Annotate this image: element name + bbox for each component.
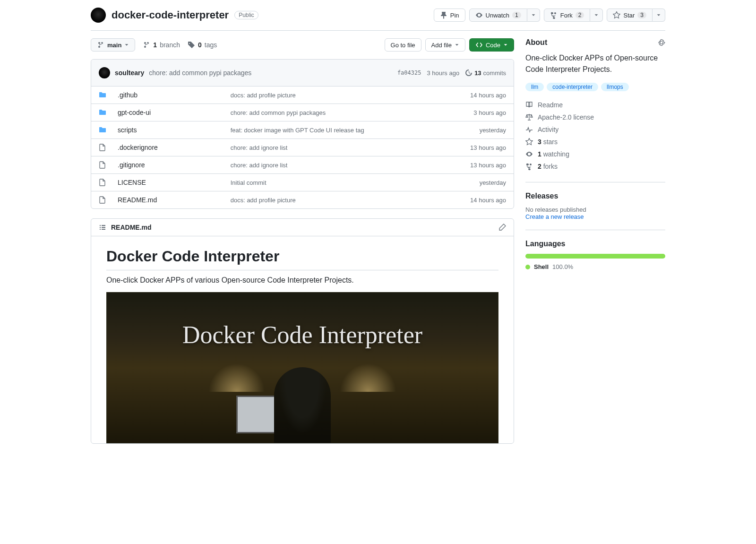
fork-count: 2 [576, 12, 584, 18]
pin-icon [440, 11, 447, 19]
file-age: yesterday [430, 179, 506, 186]
file-commit-msg[interactable]: chore: add ignore list [231, 144, 427, 151]
language-item[interactable]: Shell 100.0% [525, 263, 665, 270]
releases-title[interactable]: Releases [525, 192, 665, 200]
unwatch-menu[interactable] [527, 9, 540, 22]
owner-avatar[interactable] [91, 8, 106, 23]
pencil-icon[interactable] [498, 224, 506, 231]
file-name-link[interactable]: gpt-code-ui [118, 109, 227, 116]
file-icon [99, 161, 114, 169]
readme-hero-image: Docker Code Interpreter [106, 292, 498, 443]
gear-icon[interactable] [658, 39, 665, 46]
star-icon [525, 138, 533, 146]
fork-menu[interactable] [590, 9, 603, 22]
file-name-link[interactable]: scripts [118, 126, 227, 134]
folder-icon [99, 91, 114, 99]
file-name-link[interactable]: .dockerignore [118, 144, 227, 151]
file-commit-msg[interactable]: docs: add profile picture [231, 92, 427, 99]
file-icon [99, 179, 114, 186]
readme-box: README.md Docker Code Interpreter One-cl… [91, 218, 514, 444]
file-commit-msg[interactable]: Initial commit [231, 179, 427, 186]
commit-age: 3 hours ago [427, 69, 459, 77]
about-title: About [525, 38, 547, 47]
caret-down-icon [594, 13, 599, 17]
forks-link[interactable]: 2 forks [525, 160, 665, 173]
code-button[interactable]: Code [469, 38, 514, 52]
star-menu[interactable] [653, 9, 665, 22]
commit-author-link[interactable]: soulteary [115, 69, 144, 77]
eye-icon [525, 150, 533, 158]
table-row: README.mddocs: add profile picture14 hou… [91, 191, 514, 208]
stars-link[interactable]: 3 stars [525, 136, 665, 148]
commit-message-link[interactable]: chore: add common pypi packages [149, 69, 251, 77]
star-icon [613, 11, 620, 19]
readme-intro: One-click Docker APPs of various Open-so… [106, 276, 498, 285]
file-name-link[interactable]: .gitignore [118, 161, 227, 169]
releases-none: No releases published [525, 206, 665, 213]
readme-filename[interactable]: README.md [111, 224, 152, 231]
file-name-link[interactable]: README.md [118, 196, 227, 204]
file-commit-msg[interactable]: docs: add profile picture [231, 197, 427, 204]
branch-icon [143, 41, 150, 49]
table-row: .dockerignorechore: add ignore list13 ho… [91, 139, 514, 156]
watch-count: 1 [512, 12, 521, 18]
topic-tag[interactable]: llmops [601, 83, 629, 91]
commits-history-link[interactable]: 13 commits [465, 69, 506, 77]
table-row: .githubdocs: add profile picture14 hours… [91, 86, 514, 104]
file-icon [99, 196, 114, 204]
create-release-link[interactable]: Create a new release [525, 213, 665, 220]
fork-button[interactable]: Fork 2 [544, 9, 591, 22]
folder-icon [99, 126, 114, 134]
caret-down-icon [455, 43, 459, 47]
caret-down-icon [124, 43, 129, 47]
readme-heading: Docker Code Interpreter [106, 248, 498, 270]
activity-link[interactable]: Activity [525, 123, 665, 136]
list-icon[interactable] [99, 224, 106, 231]
hero-text: Docker Code Interpreter [107, 321, 498, 349]
visibility-badge: Public [234, 11, 258, 19]
file-commit-msg[interactable]: chore: add ignore list [231, 162, 427, 169]
languages-bar [525, 254, 665, 259]
file-name-link[interactable]: .github [118, 91, 227, 99]
pin-button[interactable]: Pin [434, 9, 465, 22]
readme-link[interactable]: Readme [525, 99, 665, 111]
sidebar: About One-click Docker APPs of Open-sour… [525, 38, 665, 270]
table-row: LICENSEInitial commityesterday [91, 174, 514, 191]
file-age: 3 hours ago [430, 109, 506, 116]
repo-header: docker-code-interpreter Public Pin Unwat… [91, 0, 665, 31]
branches-link[interactable]: 1 branch [143, 41, 180, 49]
license-link[interactable]: Apache-2.0 license [525, 111, 665, 123]
caret-down-icon [656, 13, 661, 17]
file-commit-msg[interactable]: chore: add common pypi packages [231, 109, 427, 116]
star-count: 3 [637, 12, 646, 18]
topic-tag[interactable]: code-interpreter [547, 83, 598, 91]
table-row: gpt-code-uichore: add common pypi packag… [91, 104, 514, 121]
commit-author-avatar[interactable] [99, 67, 110, 78]
book-icon [525, 101, 533, 109]
watching-link[interactable]: 1 watching [525, 148, 665, 160]
file-name-link[interactable]: LICENSE [118, 179, 227, 186]
about-description: One-click Docker APPs of Open-source Cod… [525, 52, 665, 75]
code-icon [475, 41, 483, 49]
add-file-button[interactable]: Add file [425, 38, 465, 52]
unwatch-button[interactable]: Unwatch 1 [469, 9, 527, 22]
file-age: 14 hours ago [430, 197, 506, 204]
file-age: 14 hours ago [430, 92, 506, 99]
star-button[interactable]: Star 3 [607, 9, 653, 22]
folder-icon [99, 109, 114, 116]
fork-icon [550, 11, 558, 19]
fork-icon [525, 163, 533, 170]
eye-icon [475, 11, 483, 19]
repo-name-link[interactable]: docker-code-interpreter [112, 9, 229, 21]
pulse-icon [525, 126, 533, 133]
commit-hash-link[interactable]: fa04325 [397, 69, 421, 76]
law-icon [525, 113, 533, 121]
tags-link[interactable]: 0 tags [188, 41, 217, 49]
go-to-file-button[interactable]: Go to file [385, 38, 421, 52]
language-dot-icon [525, 265, 530, 269]
file-commit-msg[interactable]: feat: docker image with GPT Code UI rele… [231, 127, 427, 134]
file-age: yesterday [430, 127, 506, 134]
table-row: .gitignorechore: add ignore list13 hours… [91, 156, 514, 174]
branch-select-button[interactable]: main [91, 38, 135, 52]
topic-tag[interactable]: llm [525, 83, 544, 91]
